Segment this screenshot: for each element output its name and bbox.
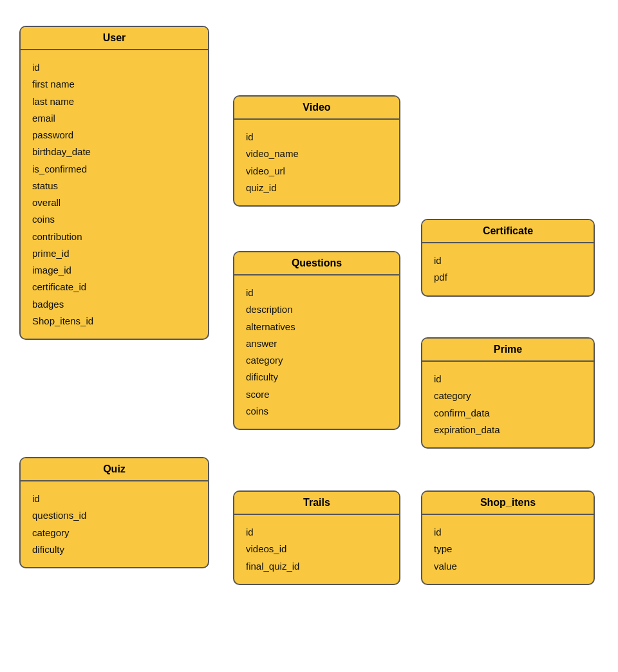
field-questions-category: category — [246, 352, 388, 369]
field-user-overall: overall — [32, 194, 196, 211]
entity-user: Useridfirst namelast nameemailpasswordbi… — [19, 26, 209, 340]
field-prime-category: category — [434, 387, 582, 404]
field-video-id: id — [246, 129, 388, 145]
field-questions-dificulty: dificulty — [246, 369, 388, 386]
field-user-Shop_itens_id: Shop_itens_id — [32, 313, 196, 330]
entity-video-body: idvideo_namevideo_urlquiz_id — [234, 120, 399, 205]
field-questions-description: description — [246, 301, 388, 318]
field-user-password: password — [32, 127, 196, 144]
field-prime-confirm_data: confirm_data — [434, 405, 582, 422]
entity-quiz-body: idquestions_idcategorydificulty — [21, 481, 208, 567]
field-user-email: email — [32, 110, 196, 127]
entity-prime: Primeidcategoryconfirm_dataexpiration_da… — [421, 337, 595, 449]
entity-user-body: idfirst namelast nameemailpasswordbirthd… — [21, 50, 208, 339]
entity-trails: Trailsidvideos_idfinal_quiz_id — [233, 490, 400, 585]
field-questions-score: score — [246, 386, 388, 403]
field-video-video_name: video_name — [246, 145, 388, 162]
entity-shop_itens-title: Shop_itens — [422, 492, 594, 515]
entity-shop_itens: Shop_itensidtypevalue — [421, 490, 595, 585]
field-trails-videos_id: videos_id — [246, 541, 388, 557]
field-user-first_name: first name — [32, 76, 196, 93]
field-questions-coins: coins — [246, 403, 388, 420]
entity-shop_itens-body: idtypevalue — [422, 515, 594, 584]
field-certificate-id: id — [434, 252, 582, 269]
field-user-birthday_date: birthday_date — [32, 144, 196, 160]
entity-video-title: Video — [234, 97, 399, 120]
field-trails-id: id — [246, 524, 388, 541]
entity-prime-body: idcategoryconfirm_dataexpiration_data — [422, 362, 594, 447]
field-quiz-category: category — [32, 525, 196, 541]
field-user-id: id — [32, 59, 196, 76]
field-video-video_url: video_url — [246, 163, 388, 180]
entity-trails-title: Trails — [234, 492, 399, 515]
field-prime-expiration_data: expiration_data — [434, 422, 582, 438]
field-video-quiz_id: quiz_id — [246, 180, 388, 196]
field-quiz-id: id — [32, 490, 196, 507]
field-user-coins: coins — [32, 211, 196, 228]
field-shop_itens-value: value — [434, 558, 582, 575]
entity-certificate-body: idpdf — [422, 243, 594, 295]
entity-certificate: Certificateidpdf — [421, 219, 595, 297]
field-user-contribution: contribution — [32, 229, 196, 245]
field-user-last_name: last name — [32, 93, 196, 110]
entity-certificate-title: Certificate — [422, 220, 594, 243]
field-user-image_id: image_id — [32, 262, 196, 279]
entity-prime-title: Prime — [422, 339, 594, 362]
field-quiz-dificulty: dificulty — [32, 541, 196, 558]
field-trails-final_quiz_id: final_quiz_id — [246, 558, 388, 575]
field-quiz-questions_id: questions_id — [32, 507, 196, 524]
diagram-canvas: Useridfirst namelast nameemailpasswordbi… — [0, 0, 618, 672]
entity-questions-body: iddescriptionalternativesanswercategoryd… — [234, 275, 399, 429]
field-shop_itens-id: id — [434, 524, 582, 541]
field-questions-answer: answer — [246, 335, 388, 352]
entity-quiz: Quizidquestions_idcategorydificulty — [19, 457, 209, 568]
entity-quiz-title: Quiz — [21, 458, 208, 481]
field-user-certificate_id: certificate_id — [32, 279, 196, 295]
field-questions-alternatives: alternatives — [246, 319, 388, 335]
entity-video: Videoidvideo_namevideo_urlquiz_id — [233, 95, 400, 207]
entity-user-title: User — [21, 27, 208, 50]
field-certificate-pdf: pdf — [434, 269, 582, 286]
field-prime-id: id — [434, 371, 582, 387]
field-user-prime_id: prime_id — [32, 245, 196, 262]
field-questions-id: id — [246, 285, 388, 301]
field-shop_itens-type: type — [434, 541, 582, 557]
entity-trails-body: idvideos_idfinal_quiz_id — [234, 515, 399, 584]
entity-questions-title: Questions — [234, 252, 399, 275]
entity-questions: Questionsiddescriptionalternativesanswer… — [233, 251, 400, 430]
field-user-status: status — [32, 178, 196, 194]
field-user-badges: badges — [32, 296, 196, 313]
field-user-is_confirmed: is_confirmed — [32, 161, 196, 178]
